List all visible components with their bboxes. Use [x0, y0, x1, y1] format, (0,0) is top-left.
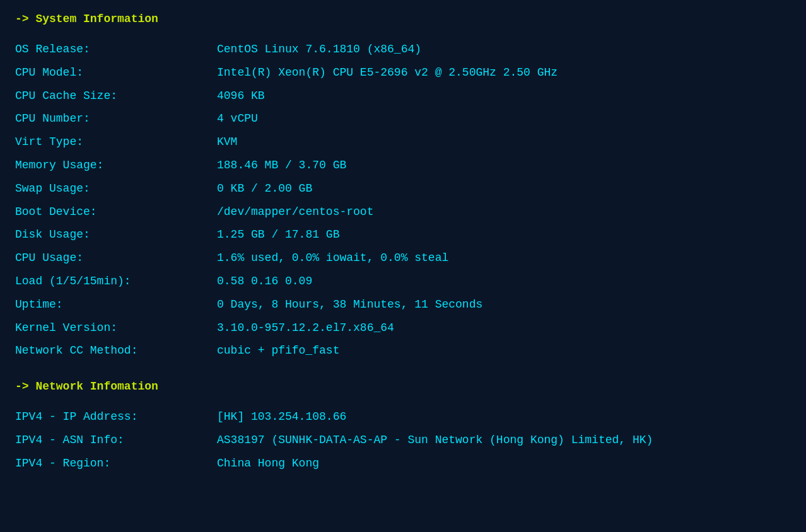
- system-header: -> System Information: [15, 13, 791, 25]
- row-label: CPU Usage:: [15, 249, 217, 267]
- row-value: cubic + pfifo_fast: [217, 342, 339, 360]
- row-value: 0.58 0.16 0.09: [217, 272, 312, 291]
- row-label: IPV4 - Region:: [15, 454, 217, 473]
- row-label: Kernel Version:: [15, 319, 217, 337]
- row-label: CPU Cache Size:: [15, 87, 217, 105]
- row-label: Memory Usage:: [15, 156, 217, 175]
- table-row: Network CC Method:cubic + pfifo_fast: [15, 342, 791, 360]
- table-row: IPV4 - ASN Info:AS38197 (SUNHK-DATA-AS-A…: [15, 431, 791, 449]
- row-label: CPU Model:: [15, 64, 217, 82]
- system-section: -> System Information OS Release:CentOS …: [15, 13, 791, 360]
- row-value: 4096 KB: [217, 87, 265, 105]
- row-value: CentOS Linux 7.6.1810 (x86_64): [217, 40, 421, 59]
- table-row: Disk Usage:1.25 GB / 17.81 GB: [15, 226, 791, 244]
- row-value: 1.6% used, 0.0% iowait, 0.0% steal: [217, 249, 448, 267]
- row-value: 0 Days, 8 Hours, 38 Minutes, 11 Seconds: [217, 296, 482, 314]
- table-row: Uptime:0 Days, 8 Hours, 38 Minutes, 11 S…: [15, 296, 791, 314]
- row-value: /dev/mapper/centos-root: [217, 203, 373, 221]
- row-label: Disk Usage:: [15, 226, 217, 244]
- row-value: 4 vCPU: [217, 110, 258, 128]
- row-label: Load (1/5/15min):: [15, 272, 217, 291]
- row-label: Virt Type:: [15, 133, 217, 151]
- network-header: -> Network Infomation: [15, 380, 791, 393]
- row-value: KVM: [217, 133, 237, 151]
- table-row: OS Release:CentOS Linux 7.6.1810 (x86_64…: [15, 40, 791, 59]
- row-label: Network CC Method:: [15, 342, 217, 360]
- table-row: Load (1/5/15min):0.58 0.16 0.09: [15, 272, 791, 291]
- system-rows: OS Release:CentOS Linux 7.6.1810 (x86_64…: [15, 40, 791, 360]
- row-value: 1.25 GB / 17.81 GB: [217, 226, 339, 244]
- row-label: OS Release:: [15, 40, 217, 59]
- table-row: IPV4 - IP Address:[HK] 103.254.108.66: [15, 408, 791, 426]
- table-row: CPU Usage:1.6% used, 0.0% iowait, 0.0% s…: [15, 249, 791, 267]
- row-label: CPU Number:: [15, 110, 217, 128]
- table-row: CPU Model:Intel(R) Xeon(R) CPU E5-2696 v…: [15, 64, 791, 82]
- row-value: AS38197 (SUNHK-DATA-AS-AP - Sun Network …: [217, 431, 653, 449]
- row-value: China Hong Kong: [217, 454, 319, 473]
- row-label: Boot Device:: [15, 203, 217, 221]
- table-row: Kernel Version:3.10.0-957.12.2.el7.x86_6…: [15, 319, 791, 337]
- row-label: IPV4 - ASN Info:: [15, 431, 217, 449]
- table-row: Boot Device:/dev/mapper/centos-root: [15, 203, 791, 221]
- table-row: Swap Usage:0 KB / 2.00 GB: [15, 180, 791, 198]
- table-row: Virt Type:KVM: [15, 133, 791, 151]
- row-label: IPV4 - IP Address:: [15, 408, 217, 426]
- row-value: 188.46 MB / 3.70 GB: [217, 156, 346, 175]
- row-label: Swap Usage:: [15, 180, 217, 198]
- table-row: CPU Cache Size:4096 KB: [15, 87, 791, 105]
- row-value: Intel(R) Xeon(R) CPU E5-2696 v2 @ 2.50GH…: [217, 64, 558, 82]
- table-row: Memory Usage:188.46 MB / 3.70 GB: [15, 156, 791, 175]
- row-label: Uptime:: [15, 296, 217, 314]
- network-rows: IPV4 - IP Address:[HK] 103.254.108.66IPV…: [15, 408, 791, 472]
- table-row: CPU Number:4 vCPU: [15, 110, 791, 128]
- table-row: IPV4 - Region:China Hong Kong: [15, 454, 791, 473]
- row-value: 0 KB / 2.00 GB: [217, 180, 312, 198]
- row-value: [HK] 103.254.108.66: [217, 408, 346, 426]
- network-section: -> Network Infomation IPV4 - IP Address:…: [15, 380, 791, 472]
- row-value: 3.10.0-957.12.2.el7.x86_64: [217, 319, 394, 337]
